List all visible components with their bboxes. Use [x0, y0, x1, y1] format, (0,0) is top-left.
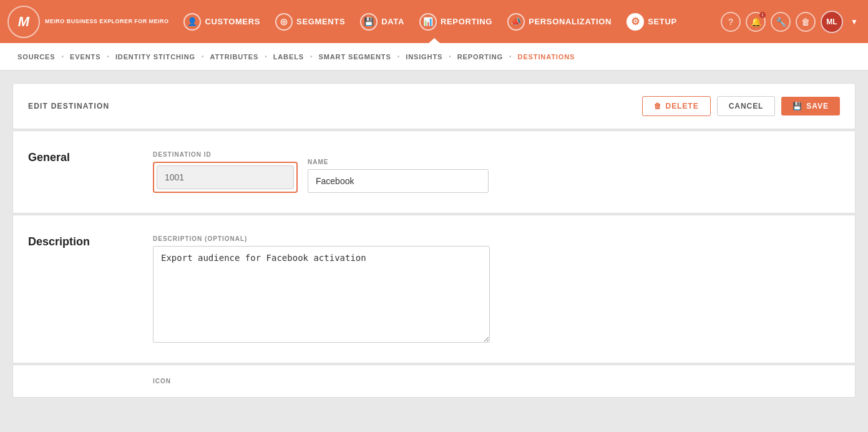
edit-destination-header: EDIT DESTINATION 🗑 DELETE CANCEL 💾 SAVE: [12, 83, 856, 129]
subnav-destinations[interactable]: DESTINATIONS: [513, 53, 580, 61]
nav-setup[interactable]: ⚙ SETUP: [620, 9, 683, 34]
logo-text: MEIRO BUSINESS EXPLORER FOR MEIRO: [45, 17, 168, 26]
sub-navigation: SOURCES • EVENTS • IDENTITY STITCHING • …: [0, 43, 868, 71]
subnav-reporting[interactable]: REPORTING: [452, 53, 508, 61]
tools-icon[interactable]: 🔧: [771, 12, 791, 32]
logo[interactable]: M MEIRO BUSINESS EXPLORER FOR MEIRO: [7, 6, 168, 38]
name-input[interactable]: [308, 169, 489, 193]
subnav-identity-stitching[interactable]: IDENTITY STITCHING: [110, 53, 200, 61]
general-section: General DESTINATION ID NAME: [12, 130, 856, 214]
destination-id-group: DESTINATION ID: [153, 151, 298, 193]
setup-icon: ⚙: [627, 13, 644, 31]
data-icon: 💾: [360, 13, 378, 31]
description-fields: DESCRIPTION (OPTIONAL) Export audience f…: [153, 235, 840, 343]
segments-icon: ◎: [275, 13, 293, 31]
subnav-labels[interactable]: LABELS: [268, 53, 309, 61]
destination-id-wrapper: [153, 162, 298, 193]
destination-id-input[interactable]: [157, 165, 294, 189]
general-label: General: [28, 151, 128, 164]
icon-section: ICON: [12, 365, 856, 398]
description-section: Description DESCRIPTION (OPTIONAL) Expor…: [12, 215, 856, 363]
general-fields: DESTINATION ID NAME: [153, 151, 840, 193]
help-icon[interactable]: ?: [721, 12, 741, 32]
description-group: DESCRIPTION (OPTIONAL) Export audience f…: [153, 235, 840, 343]
delete-button[interactable]: 🗑 DELETE: [642, 96, 711, 116]
personalization-icon: 📣: [507, 13, 525, 31]
trash-btn-icon: 🗑: [654, 102, 662, 110]
top-navigation: M MEIRO BUSINESS EXPLORER FOR MEIRO 👤 CU…: [0, 0, 868, 43]
main-content: EDIT DESTINATION 🗑 DELETE CANCEL 💾 SAVE …: [0, 71, 868, 432]
description-textarea[interactable]: Export audience for Facebook activation: [153, 246, 490, 343]
nav-reporting[interactable]: 📊 REPORTING: [413, 9, 499, 34]
trash-icon[interactable]: 🗑: [796, 12, 816, 32]
description-label: Description: [28, 235, 128, 248]
logo-circle: M: [7, 6, 40, 38]
nav-segments[interactable]: ◎ SEGMENTS: [269, 9, 351, 34]
nav-personalization[interactable]: 📣 PERSONALIZATION: [501, 9, 618, 34]
logo-letter: M: [18, 14, 29, 30]
subnav-attributes[interactable]: ATTRIBUTES: [205, 53, 264, 61]
name-label: NAME: [308, 159, 489, 165]
cancel-button[interactable]: CANCEL: [717, 96, 776, 116]
subnav-events[interactable]: EVENTS: [65, 53, 105, 61]
action-buttons: 🗑 DELETE CANCEL 💾 SAVE: [642, 96, 840, 116]
save-button[interactable]: 💾 SAVE: [781, 97, 840, 115]
notifications-icon[interactable]: 🔔 1: [746, 12, 766, 32]
edit-destination-title: EDIT DESTINATION: [28, 102, 109, 110]
reporting-icon: 📊: [419, 13, 437, 31]
destination-id-label: DESTINATION ID: [153, 151, 298, 158]
nav-data[interactable]: 💾 DATA: [354, 9, 411, 34]
customers-icon: 👤: [183, 13, 201, 31]
avatar[interactable]: ML: [821, 11, 843, 33]
save-icon: 💾: [792, 102, 802, 110]
nav-right-area: ? 🔔 1 🔧 🗑 ML ▼: [721, 11, 861, 33]
nav-customers[interactable]: 👤 CUSTOMERS: [177, 9, 266, 34]
subnav-insights[interactable]: INSIGHTS: [401, 53, 447, 61]
name-group: NAME: [308, 159, 489, 193]
description-field-label: DESCRIPTION (OPTIONAL): [153, 235, 840, 242]
dropdown-icon[interactable]: ▼: [848, 12, 861, 32]
subnav-sources[interactable]: SOURCES: [12, 53, 61, 61]
general-fields-row: DESTINATION ID NAME: [153, 151, 840, 193]
subnav-smart-segments[interactable]: SMART SEGMENTS: [313, 53, 396, 61]
icon-section-label: ICON: [153, 378, 171, 385]
